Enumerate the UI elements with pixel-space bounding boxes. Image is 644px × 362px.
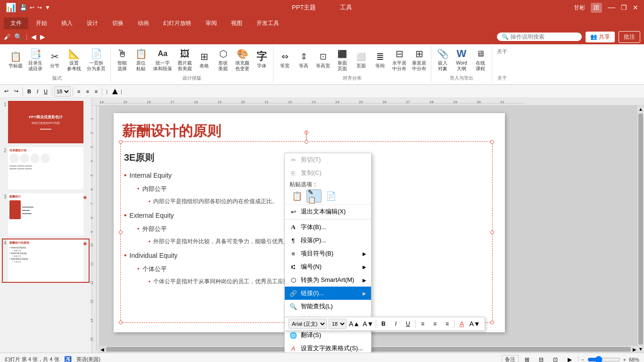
ctx-smartart[interactable]: ⬡ 转换为 SmartArt(M) ▶ bbox=[285, 273, 371, 287]
ribbon-equal-width[interactable]: ⇔ 等宽 bbox=[276, 49, 293, 70]
italic-button[interactable]: I bbox=[34, 86, 41, 97]
undo-button[interactable]: ↩ bbox=[2, 86, 11, 97]
ribbon-shape[interactable]: ⬡ 形状美观 bbox=[215, 46, 231, 73]
ribbon-paste-pos[interactable]: 📋 原位粘贴 bbox=[132, 46, 149, 73]
close-button[interactable]: ✕ bbox=[633, 4, 638, 11]
ctx-link[interactable]: 🔗 链接(I)... ▶ bbox=[285, 287, 371, 300]
team-icon[interactable]: 团 bbox=[591, 3, 602, 13]
minimize-button[interactable]: — bbox=[608, 3, 615, 12]
view-reading-button[interactable]: ⊡ bbox=[550, 354, 561, 362]
zoom-out-icon[interactable]: − bbox=[581, 357, 584, 362]
view-normal-button[interactable]: ⊞ bbox=[521, 354, 533, 362]
ribbon-table[interactable]: ⊞ 表格 bbox=[196, 49, 213, 70]
ctx-bullets[interactable]: ≡ 项目符号(B) ▶ bbox=[285, 247, 371, 260]
quick-redo[interactable]: ↪ bbox=[37, 4, 42, 11]
ribbon-equal-height[interactable]: ⇕ 等高 bbox=[295, 49, 312, 70]
ribbon-section[interactable]: ✂ 分节 bbox=[46, 49, 63, 70]
mini-align-center[interactable]: ≡ bbox=[429, 319, 440, 329]
align-center-button[interactable]: ≡ bbox=[83, 86, 91, 97]
ribbon-h-center[interactable]: ⊟ 水平居中分布 bbox=[390, 46, 408, 73]
ribbon-font-icon[interactable]: 字 字体 bbox=[253, 49, 270, 70]
align-right-icon[interactable]: ▶ bbox=[40, 33, 45, 41]
redo-button[interactable]: ↪ bbox=[12, 86, 21, 97]
search-input[interactable] bbox=[511, 33, 572, 40]
mini-underline-button[interactable]: U bbox=[403, 319, 413, 329]
ctx-text-effect[interactable]: A 设置文字效果格式(S)... bbox=[285, 342, 371, 353]
font-size-select[interactable]: 182432 bbox=[54, 86, 71, 97]
ribbon-toc[interactable]: 📑 目录生成目录 bbox=[26, 46, 44, 73]
mini-highlight[interactable]: A▼ bbox=[469, 319, 480, 329]
ribbon-fit-slide[interactable]: ⬜ 页面 bbox=[353, 49, 370, 70]
paste-icon-3[interactable]: 📄 bbox=[323, 189, 339, 203]
smartart-icon: ⬡ bbox=[289, 277, 297, 284]
paste-icon-2[interactable]: ✎📋 bbox=[306, 189, 322, 203]
slide-thumb-3[interactable]: 3 ★ 薪酬设计 ▬▬▬▬▬▬ ▬▬▬▬ ▬▬▬▬▬ bbox=[2, 192, 90, 237]
ribbon-embed[interactable]: 📎 嵌入对象 bbox=[434, 46, 451, 73]
slide-thumb-4[interactable]: 4 ★ 薪酬设计的原则 • Internal Equity • 内部公平 • E… bbox=[2, 239, 90, 283]
quick-more[interactable]: ▼ bbox=[45, 4, 50, 11]
ribbon-fit-page[interactable]: ⬛ 靠面页面 bbox=[334, 46, 351, 73]
tab-animation[interactable]: 动画 bbox=[131, 17, 156, 29]
view-slide-sorter-button[interactable]: ⊟ bbox=[536, 354, 547, 362]
zoom-in-icon[interactable]: + bbox=[623, 357, 626, 362]
align-right-button[interactable]: ≡ bbox=[92, 86, 100, 97]
tab-dev[interactable]: 开发工具 bbox=[250, 17, 286, 29]
mini-bold-button[interactable]: B bbox=[378, 319, 388, 329]
zoom-slider[interactable] bbox=[587, 356, 620, 362]
mini-italic-button[interactable]: I bbox=[390, 319, 401, 329]
align-left-button[interactable]: ≡ bbox=[75, 86, 83, 97]
mini-font-name-select[interactable]: Arial (正文) bbox=[289, 319, 327, 329]
ctx-smart-find[interactable]: 🔍 智能查找(L) bbox=[285, 300, 371, 313]
format-painter-icon[interactable]: 🖌 bbox=[4, 33, 10, 41]
ribbon-split[interactable]: 📄 一页拆分为多页 bbox=[85, 46, 107, 73]
paste-icon-1[interactable]: 📋 bbox=[289, 189, 305, 203]
slide-thumb-2[interactable]: 2 目录概述介绍 ▬▬▬ ▬▬▬ ▬▬▬ ▬▬▬ ▬▬▬ ▬▬▬ bbox=[2, 146, 90, 190]
align-left-icon[interactable]: ◀ bbox=[31, 33, 36, 41]
tab-design[interactable]: 设计 bbox=[80, 17, 105, 29]
ctx-exit-edit[interactable]: ↩ 退出文本编辑(X) bbox=[285, 205, 371, 218]
slide-thumb-1[interactable]: 1 PPT商业优质彩色计 轻松打造您的PPT内容 ▬▬▬▬ bbox=[2, 100, 90, 144]
ribbon-v-center[interactable]: ⊞ 垂直居中分布 bbox=[410, 46, 428, 73]
tab-insert[interactable]: 插入 bbox=[55, 17, 79, 29]
mini-font-color[interactable]: A bbox=[456, 319, 467, 329]
bold-button[interactable]: B bbox=[25, 86, 33, 97]
quick-undo[interactable]: ↩ bbox=[30, 4, 34, 11]
ribbon-equal-space[interactable]: ≣ 等间 bbox=[372, 49, 388, 70]
ribbon-unify-font[interactable]: Aa 统一字体和段落 bbox=[151, 46, 174, 73]
ribbon-crop[interactable]: 🖼 图片裁剪美观 bbox=[176, 46, 194, 73]
mini-align-left[interactable]: ≡ bbox=[417, 319, 428, 329]
ribbon-word[interactable]: W Word大纲 bbox=[453, 46, 470, 73]
restore-button[interactable]: ❐ bbox=[621, 4, 627, 11]
ctx-font[interactable]: A 字体(B)... bbox=[285, 221, 371, 234]
ctx-paragraph[interactable]: ¶ 段落(P)... bbox=[285, 234, 371, 247]
accessibility-icon[interactable]: ♿ bbox=[64, 356, 72, 362]
ribbon-section-title[interactable]: 📋 节标题 bbox=[7, 49, 25, 70]
ribbon-smart-select[interactable]: 🖱 智能选择 bbox=[114, 46, 131, 73]
share-button[interactable]: 👥 共享 bbox=[586, 32, 615, 42]
zoom-icon[interactable]: 🔍 bbox=[14, 33, 22, 41]
mini-font-decrease[interactable]: A▼ bbox=[362, 319, 374, 329]
view-slideshow-button[interactable]: ▶ bbox=[564, 354, 575, 362]
tab-start[interactable]: 开始 bbox=[29, 17, 54, 29]
comment-button[interactable]: 批注 bbox=[619, 31, 640, 43]
mini-font-size-select[interactable]: 18 bbox=[329, 319, 347, 329]
ribbon-equal-size[interactable]: ⊡ 等高宽 bbox=[314, 49, 332, 70]
underline-button[interactable]: U bbox=[41, 86, 50, 97]
tab-view[interactable]: 视图 bbox=[224, 17, 249, 29]
mini-toolbar: Arial (正文) 18 A▲ A▼ B I U ≡ ≡ ≡ bbox=[284, 317, 485, 331]
ctx-copy[interactable]: ⎘ 复制(C) bbox=[285, 166, 371, 180]
mini-font-increase[interactable]: A▲ bbox=[348, 319, 360, 329]
tab-slideshow[interactable]: 幻灯片放映 bbox=[157, 17, 198, 29]
ribbon-guides[interactable]: 📐 设置参考线 bbox=[65, 46, 83, 73]
tab-transition[interactable]: 切换 bbox=[106, 17, 130, 29]
tab-review[interactable]: 审阅 bbox=[199, 17, 223, 29]
ribbon-online-course[interactable]: 🖥 在线课程 bbox=[472, 46, 489, 73]
ctx-cut[interactable]: ✂ 剪切(T) bbox=[285, 153, 371, 166]
mini-align-right[interactable]: ≡ bbox=[442, 319, 452, 329]
ribbon-fill-color[interactable]: 🎨 填充颜色变更 bbox=[233, 46, 251, 73]
ctx-numbering[interactable]: ⑆ 编号(N) ▶ bbox=[285, 260, 371, 273]
quick-save[interactable]: 💾 bbox=[20, 4, 27, 11]
canvas-area[interactable]: 薪酬设计的原则 bbox=[99, 106, 644, 353]
tab-file[interactable]: 文件 bbox=[4, 17, 28, 29]
scroll-right[interactable]: ▲ ▼ bbox=[637, 106, 644, 353]
